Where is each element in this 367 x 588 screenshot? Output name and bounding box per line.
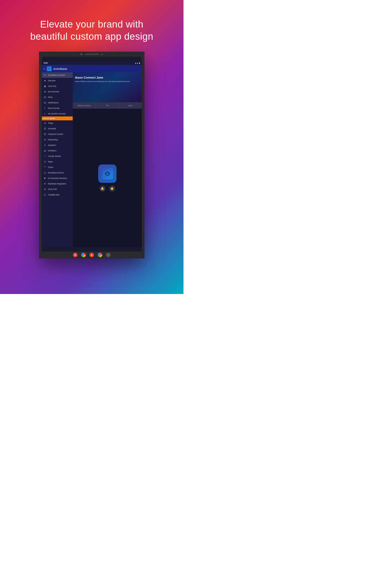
- back-button[interactable]: ‹: [44, 67, 45, 70]
- sidebar-item-maps[interactable]: Maps: [42, 159, 73, 164]
- sidebar-label-exhibitors: Exhibitors: [48, 149, 56, 152]
- tablet-body: 3:51 ▲▲ ▮ ‹: [39, 52, 144, 258]
- svg-rect-4: [44, 102, 46, 104]
- slido-icon: [43, 188, 47, 191]
- game-icon: [43, 166, 47, 169]
- svg-point-24: [44, 183, 45, 184]
- tradable-bits-icon: [43, 193, 47, 196]
- svg-point-14: [45, 139, 45, 140]
- sidebar-label-my-session-surveys: My Session Surveys: [48, 112, 66, 115]
- sidebar-item-speakers[interactable]: Speakers: [42, 142, 73, 148]
- sidebar-label-inbox: Inbox: [48, 96, 53, 98]
- sidebar-label-today: Today: [48, 122, 53, 124]
- notification-button[interactable]: 🔔: [100, 186, 106, 191]
- app-card: e: [98, 164, 117, 183]
- activity-stream-icon: [43, 155, 47, 158]
- app-bar: ‹ eventbase: [42, 65, 142, 72]
- sidebar-item-braindate[interactable]: Braindate Integration: [42, 181, 73, 187]
- app-logo: [47, 66, 52, 71]
- main-area: Eventbase Connect Discover: [42, 72, 142, 247]
- svg-point-2: [44, 86, 45, 86]
- battery-icon: ▮: [139, 62, 140, 64]
- sidebar-item-exhibitors[interactable]: Exhibitors: [42, 148, 73, 153]
- status-bar: 3:51 ▲▲ ▮: [42, 61, 142, 65]
- sidebar-item-game[interactable]: Game: [42, 164, 73, 170]
- headline: Elevate your brand with beautiful custom…: [17, 18, 167, 43]
- notifications-icon: [43, 101, 47, 104]
- content-hero: tbase Connect Jane tbase Platform and yo…: [73, 72, 142, 102]
- camera-dot-right: [102, 53, 103, 55]
- survey-icon: [43, 107, 47, 110]
- status-time: 3:51: [44, 62, 48, 64]
- svg-point-15: [44, 140, 44, 140]
- svg-rect-12: [44, 133, 46, 135]
- sidebar-item-featured-content[interactable]: Featured Content: [42, 131, 73, 137]
- screen-content: 3:51 ▲▲ ▮ ‹: [42, 61, 142, 247]
- sidebar-label-jane-doe: Jane Doe: [48, 85, 56, 87]
- sidebar-item-event-survey[interactable]: Event Survey: [42, 105, 73, 111]
- device-bottom-nav: M ▶ ⋯: [39, 251, 144, 258]
- hero-title: tbase Connect Jane: [75, 76, 140, 79]
- tab-build-agenda[interactable]: Build your Agenda: [73, 102, 96, 109]
- app-title: eventbase: [53, 67, 67, 70]
- sidebar-item-my-favorites[interactable]: My Favorites: [42, 89, 73, 95]
- sidebar-item-slido[interactable]: Sli.do Poll: [42, 187, 73, 192]
- camera-dot-left: [81, 53, 82, 55]
- svg-rect-8: [44, 128, 46, 130]
- profile-icon: [43, 85, 47, 88]
- exhibitors-icon: [43, 149, 47, 152]
- tab-mobi[interactable]: Mobi: [119, 102, 142, 109]
- speakers-icon: [43, 144, 47, 147]
- sidebar-item-today[interactable]: Today: [42, 120, 73, 126]
- status-icons: ▲▲ ▮: [135, 62, 140, 64]
- sidebar-item-networking[interactable]: Networking: [42, 137, 73, 142]
- speaker-bar: [85, 53, 99, 55]
- favorite-button[interactable]: ⭐: [109, 186, 115, 191]
- sidebar-label-featured-content: Featured Content: [48, 133, 63, 135]
- sidebar: Eventbase Connect Discover: [42, 72, 73, 247]
- hero-subtitle: tbase Platform and you're looking at our…: [75, 80, 140, 83]
- maps-icon: [43, 160, 47, 163]
- svg-point-25: [45, 183, 46, 184]
- background: Elevate your brand with beautiful custom…: [0, 0, 184, 294]
- sidebar-item-tradable-bits[interactable]: Tradable Bits: [42, 192, 73, 198]
- sidebar-item-eventbase-connect[interactable]: Eventbase Connect: [42, 72, 73, 78]
- sidebar-item-activity-stream[interactable]: Activity Stream: [42, 153, 73, 159]
- sidebar-item-discover[interactable]: Discover: [42, 78, 73, 83]
- tab-poi[interactable]: POI: [96, 102, 119, 109]
- sidebar-item-jane-doe[interactable]: Jane Doe: [42, 83, 73, 89]
- networking-icon: [43, 138, 47, 141]
- svg-marker-23: [44, 178, 46, 179]
- sidebar-label-game: Game: [48, 166, 53, 168]
- sidebar-label-notifications: Notifications: [48, 102, 58, 104]
- sidebar-label-eventbase-demos: Eventbase Demos: [48, 172, 64, 174]
- photos-icon[interactable]: [98, 253, 102, 257]
- sidebar-label-discover: Discover: [48, 79, 56, 82]
- svg-point-21: [45, 162, 45, 162]
- schedule-icon: [43, 127, 47, 130]
- braindate-icon: [43, 182, 47, 185]
- svg-rect-3: [44, 97, 46, 98]
- sidebar-label-braindate: Braindate Integration: [48, 183, 66, 185]
- sidebar-label-on-demand-sessions: On Demand Sessions: [48, 177, 67, 179]
- apps-icon[interactable]: ⋯: [106, 253, 110, 257]
- sidebar-item-notifications[interactable]: Notifications: [42, 100, 73, 105]
- gmail-icon[interactable]: M: [73, 253, 77, 257]
- hero-text-block: tbase Connect Jane tbase Platform and yo…: [75, 76, 140, 83]
- sidebar-label-schedule: Schedule: [48, 128, 56, 130]
- sidebar-item-my-session-surveys[interactable]: My Session Surveys: [42, 111, 73, 116]
- svg-rect-29: [44, 194, 46, 196]
- sidebar-item-eventbase-demos[interactable]: Eventbase Demos: [42, 170, 73, 175]
- sidebar-item-inbox[interactable]: Inbox: [42, 95, 73, 100]
- headline-line1: Elevate your brand with: [40, 19, 143, 30]
- sidebar-section-event-guide: Event Guide: [42, 116, 73, 120]
- tablet-screen: 3:51 ▲▲ ▮ ‹: [42, 56, 142, 254]
- svg-line-18: [45, 140, 46, 140]
- chrome-icon[interactable]: [81, 253, 86, 257]
- sidebar-item-schedule[interactable]: Schedule: [42, 126, 73, 131]
- youtube-icon[interactable]: ▶: [90, 253, 94, 257]
- favorites-icon: [43, 90, 47, 93]
- sidebar-item-on-demand-sessions[interactable]: On Demand Sessions: [42, 175, 73, 181]
- svg-point-16: [45, 140, 46, 140]
- sidebar-label-networking: Networking: [48, 138, 58, 141]
